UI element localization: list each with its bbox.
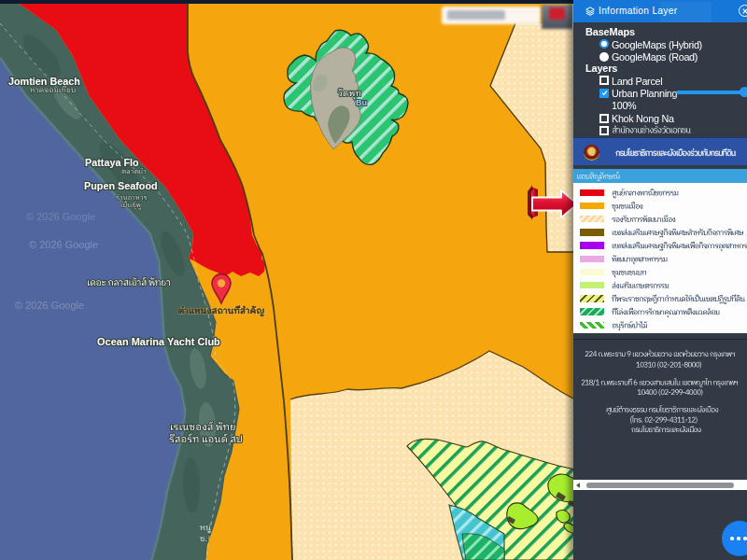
svg-text:Pattaya Flo: Pattaya Flo: [85, 157, 139, 168]
svg-text:© 2026 Google: © 2026 Google: [29, 239, 98, 250]
svg-text:Bu: Bu: [356, 98, 367, 107]
svg-text:Ocean Marina Yacht Club: Ocean Marina Yacht Club: [97, 336, 220, 347]
svg-text:Pupen Seafood: Pupen Seafood: [84, 180, 158, 191]
svg-text:Jomtien Beach: Jomtien Beach: [8, 76, 80, 87]
svg-text:© 2026 Google: © 2026 Google: [26, 211, 95, 222]
svg-text:© 2026 Google: © 2026 Google: [15, 300, 84, 311]
